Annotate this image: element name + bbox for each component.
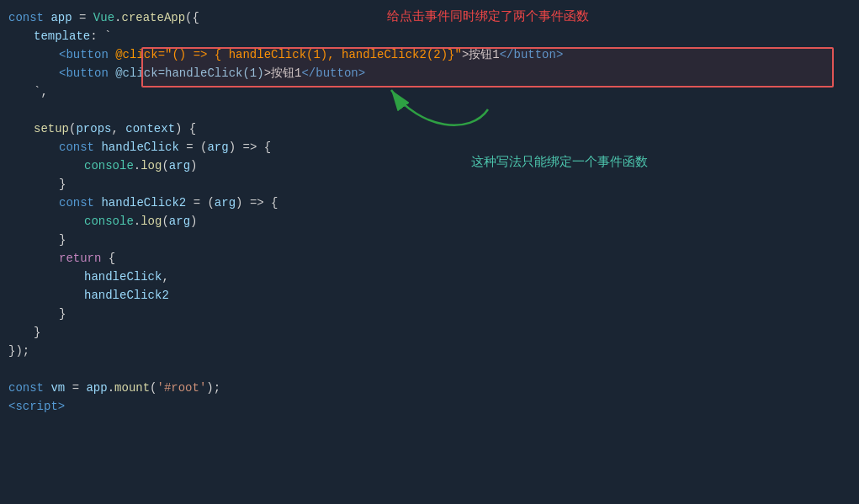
code-line-13: } [0,231,859,249]
param-arg-1: arg [207,141,228,154]
tag-button-open-2: <button [59,66,115,80]
return-handleclick2: handleClick2 [84,289,169,302]
tag-button-close-1: </button> [500,48,564,61]
method-setup: setup [34,122,69,135]
code-line-14: return { [0,249,859,268]
code-line-3: <button @click="() => { handleClick(1), … [0,45,859,64]
tag-button-open: <button [59,48,115,61]
code-line-11: const handleClick2 = ( arg ) => { [0,194,859,212]
console-ref-1: console [84,159,134,172]
code-line-16: handleClick2 [0,286,859,305]
method-mount: mount [114,381,150,395]
code-line-17: } [0,305,859,323]
var-app-ref: app [86,381,107,395]
var-handleclick: handleClick [101,141,178,154]
param-arg-2: arg [215,196,236,210]
keyword-const-4: const [8,381,44,395]
code-line-22: <script> [0,397,859,416]
param-context: context [125,122,175,135]
var-app: app [50,11,72,24]
method-log-1: log [141,159,162,172]
code-line-6 [0,101,859,119]
tag-button-close-2: </button> [301,66,365,80]
arg-ref-1: arg [169,159,190,172]
code-container: const app = Vue . createApp ({ template … [0,0,859,504]
method-log-2: log [141,215,162,228]
method-createapp: createApp [121,11,185,24]
code-line-4: <button @click=handleClick(1) > 按钮1 </bu… [0,64,859,82]
code-line-9: console . log ( arg ) [0,157,859,175]
attr-click-1: @click="() => { handleClick(1), handleCl… [115,48,462,61]
script-tag: <script> [8,400,65,413]
console-ref-2: console [84,215,134,228]
code-line-19: }); [0,342,859,360]
code-line-21: const vm = app . mount ( '#root' ); [0,379,859,397]
keyword-const-2: const [59,141,94,154]
code-line-1: const app = Vue . createApp ({ [0,8,859,27]
code-line-10: } [0,175,859,194]
code-block: const app = Vue . createApp ({ template … [0,8,859,416]
button-text-1: 按钮1 [469,47,499,62]
code-line-15: handleClick , [0,268,859,286]
code-line-7: setup ( props , context ) { [0,119,859,138]
code-line-12: console . log ( arg ) [0,212,859,231]
code-line-2: template : ` [0,27,859,45]
return-handleclick: handleClick [84,270,162,284]
vue-ref: Vue [93,11,114,24]
code-line-5: `, [0,82,859,101]
keyword-const: const [8,11,44,24]
attr-click-2: @click=handleClick(1) [115,66,263,80]
button-text-2: 按钮1 [271,66,301,81]
arg-ref-2: arg [169,215,190,228]
keyword-template: template [34,29,90,43]
var-vm: vm [50,381,65,395]
var-handleclick2: handleClick2 [101,196,186,210]
string-root: '#root' [157,381,207,395]
code-line-8: const handleClick = ( arg ) => { [0,138,859,157]
code-line-20 [0,360,859,379]
param-props: props [76,122,111,135]
code-line-18: } [0,323,859,342]
keyword-return: return [59,252,101,265]
keyword-const-3: const [59,196,94,210]
